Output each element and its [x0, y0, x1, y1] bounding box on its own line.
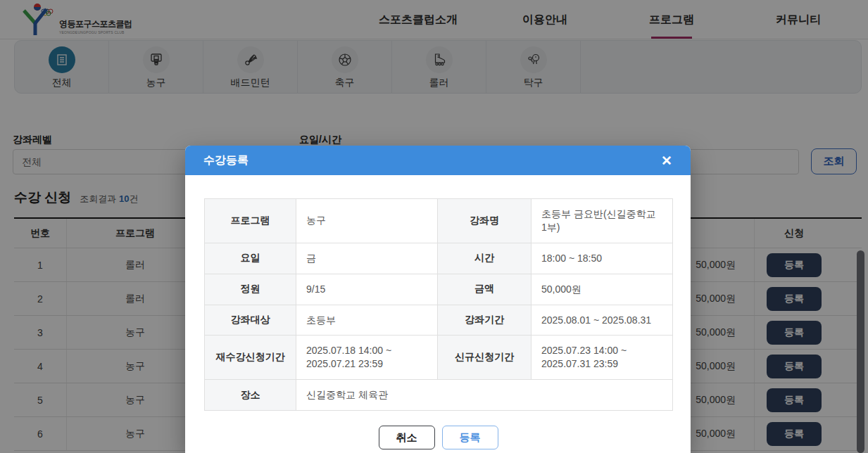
time-label: 시간 [438, 243, 532, 274]
scrollbar-thumb[interactable] [857, 250, 864, 453]
day-label: 요일 [205, 243, 296, 274]
capacity-value: 9/15 [296, 274, 438, 305]
program-value: 농구 [296, 199, 438, 243]
time-value: 18:00 ~ 18:50 [532, 243, 673, 274]
course-name-value: 초등부 금요반(신길중학교 1부) [532, 199, 673, 243]
registration-modal: 수강등록 ✕ 프로그램 농구 강좌명 초등부 금요반(신길중학교 1부) 요일 … [185, 146, 691, 453]
modal-body: 프로그램 농구 강좌명 초등부 금요반(신길중학교 1부) 요일 금 시간 18… [185, 175, 691, 449]
course-name-label: 강좌명 [438, 199, 532, 243]
place-value: 신길중학교 체육관 [296, 380, 673, 411]
new-register-period-label: 신규신청기간 [438, 336, 532, 380]
price-value: 50,000원 [532, 274, 673, 305]
detail-row: 장소 신길중학교 체육관 [205, 380, 673, 411]
detail-row: 정원 9/15 금액 50,000원 [205, 274, 673, 305]
day-value: 금 [296, 243, 438, 274]
re-register-period-value: 2025.07.18 14:00 ~ 2025.07.21 23:59 [296, 336, 438, 380]
modal-title: 수강등록 [203, 153, 249, 168]
detail-row: 강좌대상 초등부 강좌기간 2025.08.01 ~ 2025.08.31 [205, 305, 673, 336]
re-register-period-label: 재수강신청기간 [205, 336, 296, 380]
detail-row: 프로그램 농구 강좌명 초등부 금요반(신길중학교 1부) [205, 199, 673, 243]
period-label: 강좌기간 [438, 305, 532, 336]
detail-row: 재수강신청기간 2025.07.18 14:00 ~ 2025.07.21 23… [205, 336, 673, 380]
place-label: 장소 [205, 380, 296, 411]
period-value: 2025.08.01 ~ 2025.08.31 [532, 305, 673, 336]
modal-register-button[interactable]: 등록 [442, 426, 498, 449]
price-label: 금액 [438, 274, 532, 305]
screen: 영등포구스포츠클럽 YEONGDEUNGPOGU SPORTS CLUB 스포츠… [0, 0, 868, 453]
program-label: 프로그램 [205, 199, 296, 243]
modal-header: 수강등록 ✕ [185, 146, 691, 175]
new-register-period-value: 2025.07.23 14:00 ~ 2025.07.31 23:59 [532, 336, 673, 380]
cancel-button[interactable]: 취소 [379, 426, 435, 449]
close-icon[interactable]: ✕ [661, 154, 672, 167]
capacity-label: 정원 [205, 274, 296, 305]
modal-actions: 취소 등록 [204, 426, 672, 449]
target-value: 초등부 [296, 305, 438, 336]
detail-row: 요일 금 시간 18:00 ~ 18:50 [205, 243, 673, 274]
target-label: 강좌대상 [205, 305, 296, 336]
course-detail-table: 프로그램 농구 강좌명 초등부 금요반(신길중학교 1부) 요일 금 시간 18… [204, 198, 673, 411]
